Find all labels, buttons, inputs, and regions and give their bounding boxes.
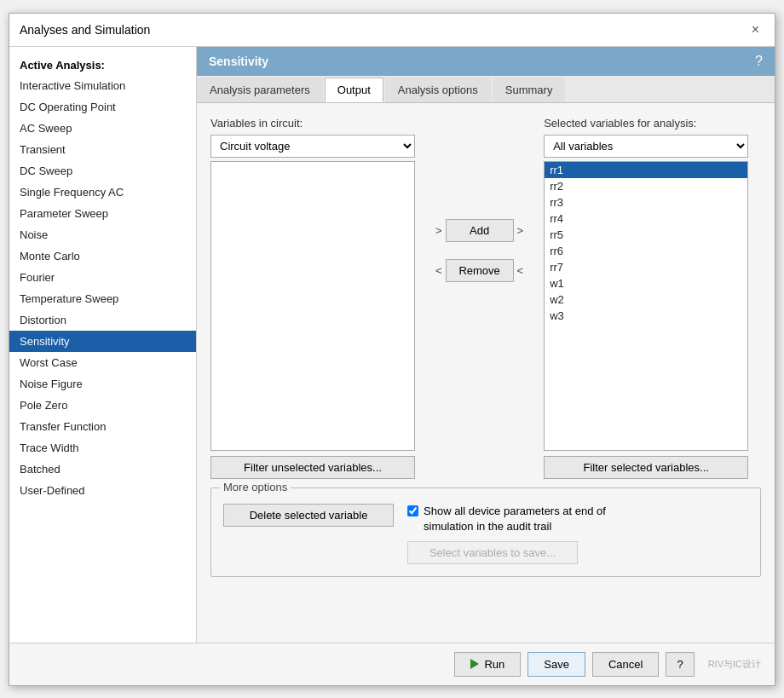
main-panel: Sensitivity ? Analysis parameters Output… (197, 47, 775, 643)
list-item[interactable]: w1 (545, 275, 747, 291)
selected-variables-label: Selected variables for analysis: (544, 117, 748, 130)
remove-left-arrow: < (435, 264, 442, 277)
sidebar-item-monte-carlo[interactable]: Monte Carlo (9, 245, 196, 267)
sidebar-item-dc-sweep[interactable]: DC Sweep (9, 160, 196, 182)
run-label: Run (484, 658, 504, 671)
sidebar-item-temperature-sweep[interactable]: Temperature Sweep (9, 288, 196, 309)
more-options-legend: More options (220, 481, 291, 493)
sidebar-item-worst-case[interactable]: Worst Case (9, 352, 196, 373)
selected-variable-container: All variables rr1rr2rr3rr4rr5rr6rr7w1w2w… (544, 135, 748, 451)
variables-row: Variables in circuit: Circuit voltage Fi… (210, 117, 761, 479)
panel-help-icon[interactable]: ? (755, 54, 763, 69)
sidebar-item-batched[interactable]: Batched (9, 459, 196, 480)
circuit-voltage-dropdown[interactable]: Circuit voltage (210, 135, 415, 158)
sidebar-item-noise[interactable]: Noise (9, 224, 196, 245)
unselected-variables-listbox[interactable] (210, 161, 415, 451)
tab-content: Variables in circuit: Circuit voltage Fi… (197, 103, 775, 643)
more-options-row: Delete selected variable Show all device… (223, 504, 748, 564)
transfer-buttons: > Add > < Remove < (429, 219, 530, 282)
audit-trail-label: Show all device parameters at end ofsimu… (424, 504, 606, 534)
close-button[interactable]: × (747, 20, 764, 39)
tab-analysis-options[interactable]: Analysis options (385, 78, 491, 102)
add-button[interactable]: Add (446, 219, 514, 242)
sidebar-item-user-defined[interactable]: User-Defined (9, 480, 196, 501)
tab-summary[interactable]: Summary (493, 78, 566, 102)
run-button[interactable]: Run (454, 652, 521, 677)
all-variables-dropdown[interactable]: All variables (544, 135, 748, 158)
sidebar-item-sensitivity[interactable]: Sensitivity (9, 331, 196, 352)
delete-selected-variable-button[interactable]: Delete selected variable (223, 504, 394, 527)
list-item[interactable]: rr2 (545, 178, 747, 194)
sidebar-item-parameter-sweep[interactable]: Parameter Sweep (9, 203, 196, 224)
remove-button[interactable]: Remove (446, 259, 514, 282)
help-button[interactable]: ? (666, 652, 694, 677)
remove-right-arrow: < (517, 264, 524, 277)
list-item[interactable]: rr3 (545, 194, 747, 211)
filter-selected-button[interactable]: Filter selected variables... (544, 456, 748, 479)
analyses-simulation-dialog: Analyses and Simulation × Active Analysi… (9, 13, 775, 686)
filter-unselected-button[interactable]: Filter unselected variables... (210, 456, 415, 479)
variables-in-circuit-section: Variables in circuit: Circuit voltage Fi… (210, 117, 415, 479)
add-right-arrow: > (517, 224, 524, 237)
sidebar-item-pole-zero[interactable]: Pole Zero (9, 395, 196, 416)
list-item[interactable]: rr6 (545, 243, 747, 259)
active-analysis-label: Active Analysis: (9, 54, 196, 75)
audit-trail-checkbox[interactable] (407, 505, 418, 516)
sidebar-item-ac-sweep[interactable]: AC Sweep (9, 118, 196, 139)
list-item[interactable]: rr1 (545, 162, 747, 178)
panel-title: Sensitivity (209, 55, 268, 68)
watermark: RIV与IC设计 (708, 658, 761, 671)
add-left-arrow: > (435, 224, 442, 237)
list-item[interactable]: rr7 (545, 259, 747, 275)
sidebar-item-transient[interactable]: Transient (9, 139, 196, 160)
sidebar: Active Analysis: Interactive Simulation … (9, 47, 197, 643)
sidebar-item-interactive-simulation[interactable]: Interactive Simulation (9, 75, 196, 96)
audit-trail-checkbox-row: Show all device parameters at end ofsimu… (407, 504, 606, 534)
panel-header: Sensitivity ? (197, 47, 775, 76)
sidebar-item-dc-operating-point[interactable]: DC Operating Point (9, 96, 196, 118)
tab-analysis-parameters[interactable]: Analysis parameters (197, 78, 323, 102)
sidebar-item-distortion[interactable]: Distortion (9, 309, 196, 331)
select-variables-to-save-button[interactable]: Select variables to save... (407, 541, 578, 564)
sidebar-item-fourier[interactable]: Fourier (9, 267, 196, 288)
dialog-title: Analyses and Simulation (20, 23, 150, 37)
sidebar-item-noise-figure[interactable]: Noise Figure (9, 373, 196, 395)
cancel-button[interactable]: Cancel (592, 652, 659, 677)
tab-bar: Analysis parameters Output Analysis opti… (197, 76, 775, 103)
save-button[interactable]: Save (527, 652, 585, 677)
list-item[interactable]: rr5 (545, 227, 747, 243)
tab-output[interactable]: Output (325, 78, 383, 102)
variables-in-circuit-label: Variables in circuit: (210, 117, 415, 130)
remove-row: < Remove < (435, 259, 523, 282)
list-item[interactable]: w2 (545, 291, 747, 308)
list-item[interactable]: rr4 (545, 211, 747, 227)
circuit-variable-container: Circuit voltage (210, 135, 415, 451)
add-row: > Add > (435, 219, 523, 242)
dialog-footer: Run Save Cancel ? RIV与IC设计 (9, 643, 775, 685)
sidebar-item-single-frequency-ac[interactable]: Single Frequency AC (9, 182, 196, 203)
dialog-body: Active Analysis: Interactive Simulation … (9, 47, 775, 643)
sidebar-item-transfer-function[interactable]: Transfer Function (9, 416, 196, 437)
right-options: Show all device parameters at end ofsimu… (407, 504, 748, 564)
left-options: Delete selected variable (223, 504, 394, 527)
more-options-section: More options Delete selected variable Sh… (210, 487, 761, 577)
title-bar: Analyses and Simulation × (9, 14, 775, 47)
list-item[interactable]: w3 (545, 308, 747, 324)
run-triangle-icon (470, 659, 479, 669)
selected-variables-listbox[interactable]: rr1rr2rr3rr4rr5rr6rr7w1w2w3 (544, 161, 748, 451)
sidebar-item-trace-width[interactable]: Trace Width (9, 437, 196, 459)
selected-variables-section: Selected variables for analysis: All var… (544, 117, 748, 479)
